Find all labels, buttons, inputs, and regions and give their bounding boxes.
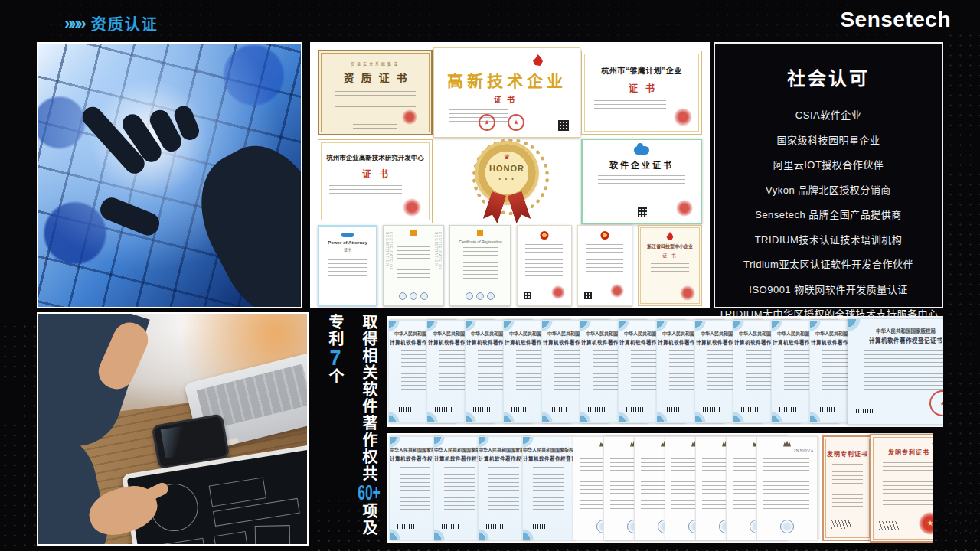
qr-code	[558, 120, 569, 131]
caption-line-2: 专利7个	[318, 314, 352, 545]
flame-logo	[533, 54, 543, 66]
barcode	[473, 407, 490, 412]
certificate-software-enterprise: 软件企业证书	[581, 139, 702, 224]
barcode	[397, 524, 414, 529]
patents-copyright-caption: 取得相关软件著作权共60+项及 专利7个	[312, 314, 386, 545]
vykon-logo	[341, 233, 354, 237]
red-seal	[402, 109, 417, 125]
list-item: 国家级科技园明星企业	[776, 132, 880, 147]
coat-of-arms-icon	[783, 441, 791, 447]
accreditation-logos	[450, 292, 510, 300]
barcode	[531, 524, 547, 529]
csia-logo	[583, 146, 701, 155]
patent-count: 7	[324, 347, 347, 368]
innova-patent-group: INNOVA INNOVA INNOVA INNOVA	[573, 436, 818, 540]
barcode	[550, 407, 567, 412]
certificate-zhejiang-sme: 浙江省科技型中小企业 — 证 书 —	[638, 225, 702, 306]
certificates-row-1: 信息安全系统集成 资质证书 高新技术企业 证书 杭州市“雏鹰计划”企业 证书	[318, 47, 702, 138]
software-copyright-certificate-large: 中华人民共和国国家版权局 计算机软件著作权登记证书	[848, 318, 943, 425]
certificate-eagle-plan: 杭州市“雏鹰计划”企业 证书	[581, 51, 702, 135]
barcode	[741, 407, 758, 412]
medal-label: HONOR	[467, 164, 547, 173]
photo-touchscreen-wall	[37, 42, 302, 308]
copyright-count: 60+	[358, 482, 381, 503]
qr-code	[524, 292, 531, 299]
red-seal	[508, 114, 524, 131]
innova-patent-certificate: INNOVA	[756, 436, 818, 540]
certificate-of-registration-1: CERTIFICATE OF REGISTRATION CERTIFICATE …	[383, 225, 444, 306]
social-recognition-list: CSIA软件企业 国家级科技园明星企业 阿里云IOT授权合作伙伴 Vykon 品…	[715, 107, 942, 321]
red-seal	[479, 114, 495, 131]
list-item: CSIA软件企业	[795, 107, 861, 122]
barcode	[588, 407, 605, 412]
list-item: 阿里云IOT授权合作伙伴	[773, 157, 884, 171]
slide-qualification-certification: »»» 资质认证 Sensetech	[0, 0, 980, 551]
particle-dots-right	[946, 31, 980, 536]
barcode	[818, 407, 835, 412]
qr-code	[638, 207, 647, 217]
barcode	[626, 407, 643, 412]
list-item: Sensetech 品牌全国产品提供商	[755, 207, 902, 221]
certificate-qualification: 信息安全系统集成 资质证书	[318, 50, 433, 135]
national-emblem	[540, 231, 548, 240]
red-seal	[551, 285, 565, 299]
barcode	[435, 407, 452, 412]
registrar-logo	[410, 230, 416, 236]
blue-seal	[780, 520, 794, 533]
barcode	[442, 524, 459, 529]
red-seal	[674, 108, 692, 126]
cnipa-logo	[932, 439, 933, 448]
accreditation-logos	[384, 292, 443, 300]
barcode	[665, 407, 681, 412]
qr-code	[584, 292, 592, 299]
certificate-rd-center: 杭州市企业高新技术研究开发中心 证书	[318, 139, 433, 223]
software-copyright-certificates-row: 中华人民共和国国家版权局 计算机软件著作权登记证书 中华人民共和国国家版权局 计…	[387, 316, 943, 427]
flame-logo	[666, 232, 673, 240]
certificate-emblem-2	[577, 225, 632, 306]
barcode	[397, 407, 413, 412]
barcode	[486, 524, 503, 529]
certificate-emblem-1	[517, 225, 572, 306]
red-seal	[676, 200, 693, 217]
social-recognition-panel: 社会认可 CSIA软件企业 国家级科技园明星企业 阿里云IOT授权合作伙伴 Vy…	[714, 42, 943, 308]
certificate-power-of-attorney: Power of Attorney 证书	[318, 225, 377, 306]
list-item: ISO9001 物联网软件开发质量认证	[749, 282, 907, 296]
certificates-row-3: Power of Attorney 证书 CERTIFICATE OF REGI…	[318, 225, 702, 306]
red-seal	[403, 198, 421, 217]
slide-header: »»» 资质认证	[64, 12, 158, 34]
photo-workspace-desk	[37, 312, 309, 546]
list-item: TRIDIUM技术认证技术培训机构	[755, 232, 903, 246]
invention-patent-certificate-1: 发明专利证书	[822, 435, 873, 541]
list-item: Vykon 品牌北区授权分销商	[766, 182, 891, 197]
brand-logo: Sensetech	[840, 8, 951, 32]
copyright-cert-group: 中华人民共和国国家版权局 计算机软件著作权登记证书 中华人民共和国国家版权局 计…	[388, 320, 848, 423]
red-seal	[610, 284, 624, 298]
certificates-row-2: 杭州市企业高新技术研究开发中心 证书 HONOR 软件企业证书	[318, 138, 702, 225]
social-panel-heading: 社会认可	[715, 64, 942, 90]
barcode	[511, 407, 528, 412]
barcode	[856, 409, 873, 413]
signature	[879, 521, 899, 530]
invention-patent-certificate-2: 发明专利证书	[870, 434, 933, 543]
red-seal	[680, 285, 695, 301]
crown-icon	[467, 153, 547, 161]
chevrons-icon: »»»	[64, 15, 83, 32]
patents-certificates-row: 中华人民共和国国家版权局 计算机软件著作权登记证书 中华人民共和国国家版权局 计…	[387, 433, 933, 543]
certificate-high-tech-enterprise: 高新技术企业 证书	[433, 47, 580, 138]
particle-dots-top	[46, 0, 888, 42]
registrar-logo	[477, 230, 483, 236]
list-item: Tridium亚太区认证软件开发合作伙伴	[743, 256, 913, 271]
caption-line-1: 取得相关软件著作权共60+项及	[352, 314, 386, 545]
certificates-panel: 信息安全系统集成 资质证书 高新技术企业 证书 杭州市“雏鹰计划”企业 证书	[310, 42, 710, 308]
national-emblem	[600, 231, 609, 240]
software-copyright-certificate: 中华人民共和国国家版权局 计算机软件著作权登记证书	[522, 436, 574, 540]
copyright-cert-group-2: 中华人民共和国国家版权局 计算机软件著作权登记证书 中华人民共和国国家版权局 计…	[389, 436, 567, 540]
honor-medal: HONOR	[467, 138, 547, 225]
barcode	[703, 407, 720, 412]
particle-dots-left	[0, 321, 37, 551]
page-title: 资质认证	[91, 12, 158, 34]
signature	[831, 520, 851, 529]
certificate-of-registration-2: Certificate of Registration	[449, 225, 511, 306]
red-seal	[919, 512, 933, 535]
barcode	[779, 407, 796, 412]
